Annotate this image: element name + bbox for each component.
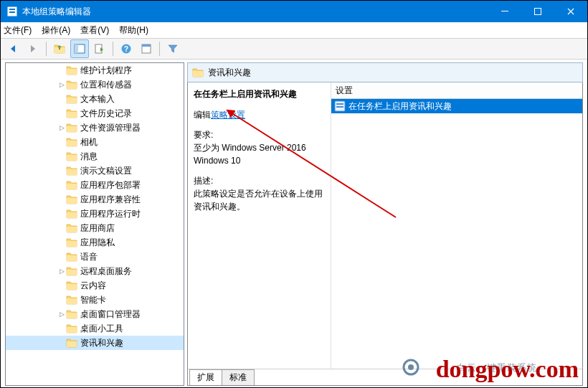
tree-item-label: 智能卡	[80, 294, 106, 306]
folder-icon	[66, 122, 77, 133]
setting-item-label: 在任务栏上启用资讯和兴趣	[348, 100, 452, 113]
tree-item-label: 应用程序包部署	[80, 179, 141, 191]
menu-view[interactable]: 查看(V)	[80, 24, 109, 37]
tree-item-label: 语音	[80, 251, 98, 263]
tree-item[interactable]: 云内容	[6, 278, 184, 293]
folder-icon	[66, 151, 77, 162]
forward-button[interactable]	[24, 39, 42, 58]
tree-item-label: 应用商店	[80, 222, 115, 235]
expand-icon[interactable]: ▷	[57, 124, 66, 131]
tree-scroll[interactable]: 维护计划程序▷位置和传感器文本输入文件历史记录▷文件资源管理器相机消息演示文稿设…	[6, 63, 184, 385]
minimize-button[interactable]	[488, 1, 521, 22]
folder-icon	[66, 79, 77, 90]
folder-icon	[66, 65, 77, 76]
properties-button[interactable]	[137, 39, 156, 58]
policy-title: 在任务栏上启用资讯和兴趣	[194, 88, 325, 100]
tree-item[interactable]: 演示文稿设置	[6, 164, 184, 178]
settings-column-header[interactable]: 设置	[331, 82, 582, 99]
svg-rect-5	[9, 11, 15, 13]
requirements-line2: Windows 10	[194, 154, 325, 167]
expand-icon[interactable]: ▷	[57, 311, 66, 318]
expand-icon[interactable]: ▷	[57, 268, 66, 275]
svg-point-17	[408, 364, 414, 370]
tree-item[interactable]: ▷位置和传感器	[6, 77, 184, 92]
tree-item-label: 维护计划程序	[80, 65, 132, 77]
folder-icon	[66, 194, 77, 205]
tree-item-label: 文本输入	[80, 93, 115, 105]
tab-extended[interactable]: 扩展	[189, 369, 222, 385]
tree-item[interactable]: 桌面小工具	[6, 321, 184, 336]
tree-item[interactable]: 应用商店	[6, 221, 184, 235]
close-button[interactable]	[554, 1, 587, 22]
setting-item[interactable]: 在任务栏上启用资讯和兴趣	[331, 99, 582, 113]
tree-item[interactable]: 消息	[6, 149, 184, 164]
toolbar-separator	[113, 42, 113, 56]
show-tree-button[interactable]	[70, 39, 89, 58]
tree-item[interactable]: 应用程序兼容性	[6, 192, 184, 207]
menu-action[interactable]: 操作(A)	[42, 24, 70, 37]
toolbar-separator	[46, 42, 47, 56]
settings-column: 设置 在任务栏上启用资讯和兴趣	[331, 82, 582, 369]
edit-label: 编辑	[194, 110, 211, 120]
svg-text:?: ?	[124, 45, 128, 53]
svg-rect-9	[75, 44, 78, 53]
tree-item[interactable]: 资讯和兴趣	[6, 336, 184, 350]
folder-icon	[66, 265, 77, 277]
requirements-label: 要求:	[194, 128, 325, 141]
svg-rect-4	[9, 9, 15, 10]
watermark-gear-icon	[401, 357, 421, 377]
tree-item[interactable]: 相机	[6, 135, 184, 149]
tree-item[interactable]: ▷远程桌面服务	[6, 264, 184, 278]
tree-item[interactable]: 语音	[6, 250, 184, 264]
tree-item[interactable]: 应用隐私	[6, 235, 184, 250]
filter-button[interactable]	[163, 39, 182, 58]
tree-item-label: 桌面窗口管理器	[80, 308, 141, 321]
detail-column: 在任务栏上启用资讯和兴趣 编辑策略设置 要求: 至少为 Windows Serv…	[188, 82, 331, 369]
tree-item[interactable]: 维护计划程序	[6, 63, 184, 77]
tree-item[interactable]: 应用程序包部署	[6, 178, 184, 192]
tree-item-label: 文件资源管理器	[80, 122, 141, 134]
edit-policy-link[interactable]: 策略设置	[211, 110, 245, 120]
app-icon	[6, 6, 18, 17]
folder-icon	[66, 136, 77, 148]
toolbar-separator	[159, 42, 160, 56]
expand-icon[interactable]: ▷	[57, 81, 66, 88]
tree-item-label: 远程桌面服务	[80, 265, 132, 278]
description-text: 此策略设定是否允许在设备上使用资讯和兴趣。	[194, 187, 325, 213]
menu-file[interactable]: 文件(F)	[4, 24, 32, 37]
tree-item[interactable]: ▷文件资源管理器	[6, 120, 184, 135]
maximize-button[interactable]	[521, 1, 554, 22]
export-button[interactable]	[90, 39, 109, 58]
folder-icon	[66, 237, 77, 248]
back-button[interactable]	[4, 39, 22, 58]
tree-item-label: 演示文稿设置	[80, 165, 132, 177]
help-button[interactable]: ?	[117, 39, 136, 58]
tree-item-label: 位置和传感器	[80, 79, 132, 91]
window-title: 本地组策略编辑器	[22, 6, 91, 18]
tree-item[interactable]: 智能卡	[6, 293, 184, 307]
tree-item-label: 应用程序运行时	[80, 208, 141, 220]
titlebar: 本地组策略编辑器	[1, 1, 587, 22]
folder-icon	[66, 337, 77, 349]
tree-item[interactable]: 应用程序运行时	[6, 207, 184, 221]
content-header: 资讯和兴趣	[187, 62, 583, 82]
menubar: 文件(F) 操作(A) 查看(V) 帮助(H)	[1, 22, 587, 39]
tree-item-label: 相机	[80, 136, 98, 148]
menu-help[interactable]: 帮助(H)	[119, 24, 148, 37]
folder-icon	[66, 165, 77, 176]
tree-item-label: 文件历史记录	[80, 108, 132, 120]
tree-item-label: 云内容	[80, 280, 106, 292]
up-button[interactable]	[50, 39, 69, 58]
tab-standard[interactable]: 标准	[222, 369, 255, 385]
tree-item[interactable]: 文本输入	[6, 92, 184, 106]
folder-icon	[66, 294, 77, 306]
description-label: 描述:	[194, 174, 325, 187]
folder-icon	[66, 280, 77, 291]
svg-rect-7	[535, 9, 541, 15]
folder-icon	[192, 67, 204, 78]
tree-item[interactable]: 文件历史记录	[6, 106, 184, 120]
tree-item[interactable]: ▷桌面窗口管理器	[6, 307, 184, 321]
content-header-title: 资讯和兴趣	[208, 67, 251, 79]
folder-icon	[66, 208, 77, 219]
toolbar: ?	[1, 39, 587, 60]
